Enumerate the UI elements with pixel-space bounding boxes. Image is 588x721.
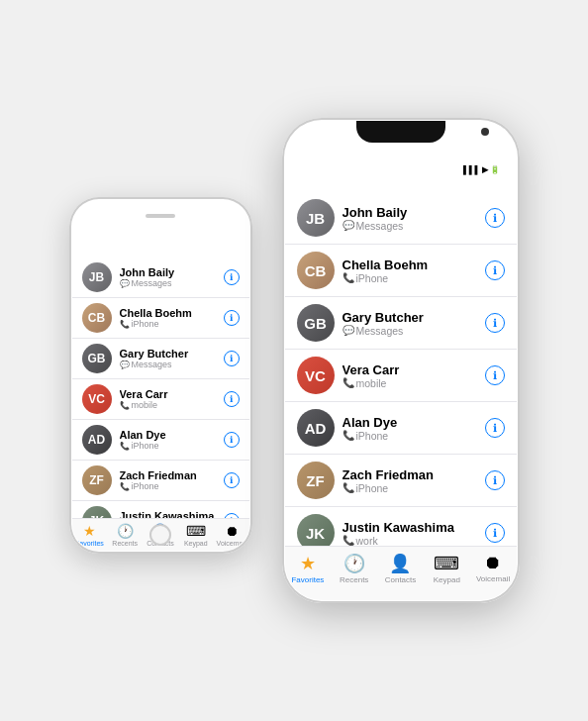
contact-type-label: Messages bbox=[356, 220, 404, 232]
screen-large: ▌▌▌ ▶ 🔋 JBJohn Baily💬MessagesℹCBChella B… bbox=[285, 121, 517, 600]
list-item[interactable]: GBGary Butcher💬Messagesℹ bbox=[72, 339, 249, 379]
home-button[interactable] bbox=[149, 524, 171, 546]
keypad-tab-icon: ⌨ bbox=[186, 523, 206, 539]
top-bar-small bbox=[72, 244, 249, 252]
info-button[interactable]: ℹ bbox=[224, 472, 240, 488]
list-item[interactable]: VCVera Carr📞mobileℹ bbox=[285, 350, 517, 402]
list-item[interactable]: JKJustin Kawashima📞workℹ bbox=[285, 507, 517, 546]
favorites-tab-icon: ★ bbox=[300, 553, 316, 574]
contacts-tab-label: Contacts bbox=[385, 575, 417, 584]
tab-keypad[interactable]: ⌨Keypad bbox=[178, 523, 214, 547]
info-button[interactable]: ℹ bbox=[224, 432, 240, 448]
contact-subtitle: 📞iPhone bbox=[120, 441, 216, 451]
info-button[interactable]: ℹ bbox=[224, 391, 240, 407]
tab-favorites[interactable]: ★Favorites bbox=[72, 523, 108, 547]
list-item[interactable]: CBChella Boehm📞iPhoneℹ bbox=[72, 298, 249, 339]
info-button[interactable]: ℹ bbox=[485, 470, 505, 490]
tab-recents[interactable]: 🕐Recents bbox=[107, 523, 143, 547]
contact-type-label: iPhone bbox=[132, 441, 159, 451]
avatar: GB bbox=[82, 344, 112, 373]
list-item[interactable]: VCVera Carr📞mobileℹ bbox=[72, 379, 249, 420]
contacts-tab-icon: 👤 bbox=[389, 553, 411, 574]
contact-name: Zach Friedman bbox=[343, 467, 477, 482]
list-item[interactable]: CBChella Boehm📞iPhoneℹ bbox=[285, 245, 517, 297]
contact-name: Vera Carr bbox=[343, 362, 477, 377]
phone-icon: 📞 bbox=[343, 535, 354, 546]
info-button[interactable]: ℹ bbox=[485, 260, 505, 280]
info-button[interactable]: ℹ bbox=[224, 351, 240, 366]
contact-subtitle: 💬Messages bbox=[343, 325, 477, 337]
info-button[interactable]: ℹ bbox=[485, 523, 505, 543]
message-icon: 💬 bbox=[120, 279, 130, 288]
contact-name: Gary Butcher bbox=[120, 348, 216, 360]
list-item[interactable]: ADAlan Dye📞iPhoneℹ bbox=[285, 402, 517, 455]
info-button[interactable]: ℹ bbox=[485, 365, 505, 385]
contact-name: Vera Carr bbox=[120, 388, 216, 400]
screen-small: JBJohn Baily💬MessagesℹCBChella Boehm📞iPh… bbox=[72, 200, 249, 551]
tab-voicemail[interactable]: ⏺Voicemail bbox=[214, 523, 249, 547]
contact-type-label: mobile bbox=[132, 400, 158, 410]
tab-favorites[interactable]: ★Favorites bbox=[285, 553, 332, 584]
list-item[interactable]: ZFZach Friedman📞iPhoneℹ bbox=[285, 455, 517, 507]
favorites-tab-icon: ★ bbox=[83, 523, 96, 539]
contact-type-label: Messages bbox=[132, 278, 172, 288]
contact-name: Gary Butcher bbox=[343, 310, 477, 325]
contact-subtitle: 📞mobile bbox=[343, 377, 477, 389]
info-button[interactable]: ℹ bbox=[485, 208, 505, 228]
voicemail-tab-icon: ⏺ bbox=[225, 523, 239, 539]
phone-icon: 📞 bbox=[120, 482, 130, 491]
contact-info: Zach Friedman📞iPhone bbox=[343, 467, 477, 494]
message-icon: 💬 bbox=[120, 360, 130, 369]
contact-name: John Baily bbox=[343, 205, 477, 220]
list-item[interactable]: GBGary Butcher💬Messagesℹ bbox=[285, 297, 517, 350]
phone-icon: 📞 bbox=[343, 272, 354, 283]
contact-name: John Baily bbox=[120, 266, 216, 278]
contact-info: Gary Butcher💬Messages bbox=[120, 348, 216, 369]
contact-type-label: Messages bbox=[132, 360, 172, 369]
tab-contacts[interactable]: 👤Contacts bbox=[377, 553, 424, 584]
page-title-large bbox=[285, 184, 517, 192]
speaker bbox=[146, 214, 175, 218]
avatar: CB bbox=[82, 303, 112, 333]
list-item[interactable]: ZFZach Friedman📞iPhoneℹ bbox=[72, 461, 249, 501]
contact-info: Chella Boehm📞iPhone bbox=[120, 307, 216, 329]
contact-subtitle: 📞iPhone bbox=[343, 482, 477, 494]
contact-name: Alan Dye bbox=[343, 415, 477, 430]
notch bbox=[356, 121, 445, 143]
info-button[interactable]: ℹ bbox=[224, 310, 240, 326]
contact-info: Alan Dye📞iPhone bbox=[120, 429, 216, 451]
contact-subtitle: 📞iPhone bbox=[343, 430, 477, 442]
contact-name: Alan Dye bbox=[120, 429, 216, 441]
info-button[interactable]: ℹ bbox=[224, 269, 240, 285]
info-button[interactable]: ℹ bbox=[485, 418, 505, 438]
info-button[interactable]: ℹ bbox=[485, 313, 505, 333]
tab-recents[interactable]: 🕐Recents bbox=[331, 553, 377, 584]
recents-tab-icon: 🕐 bbox=[343, 553, 365, 574]
message-icon: 💬 bbox=[343, 325, 354, 336]
avatar: JK bbox=[297, 514, 335, 546]
list-item[interactable]: ADAlan Dye📞iPhoneℹ bbox=[72, 420, 249, 461]
voicemail-tab-icon: ⏺ bbox=[484, 553, 502, 573]
phone-icon: 📞 bbox=[343, 430, 354, 441]
list-item[interactable]: JBJohn Baily💬Messagesℹ bbox=[285, 192, 517, 245]
avatar: AD bbox=[297, 409, 335, 447]
keypad-tab-icon: ⌨ bbox=[434, 553, 459, 574]
phone-icon: 📞 bbox=[343, 482, 354, 493]
contact-info: Alan Dye📞iPhone bbox=[343, 415, 477, 442]
tab-keypad[interactable]: ⌨Keypad bbox=[424, 553, 470, 584]
contact-type-label: Messages bbox=[356, 325, 404, 337]
recents-tab-label: Recents bbox=[340, 575, 368, 584]
status-bar-large: ▌▌▌ ▶ 🔋 bbox=[285, 149, 517, 176]
avatar: ZF bbox=[82, 465, 112, 495]
contact-subtitle: 📞work bbox=[343, 535, 477, 547]
contact-subtitle: 📞iPhone bbox=[120, 319, 216, 329]
contact-type-label: iPhone bbox=[132, 319, 159, 329]
contact-type-label: iPhone bbox=[132, 481, 159, 491]
contact-info: John Baily💬Messages bbox=[120, 266, 216, 288]
list-item[interactable]: JKJustin Kawashima📞workℹ bbox=[72, 501, 249, 518]
contact-info: Vera Carr📞mobile bbox=[343, 362, 477, 389]
contact-subtitle: 💬Messages bbox=[343, 220, 477, 232]
phone-icon: 📞 bbox=[120, 401, 130, 410]
list-item[interactable]: JBJohn Baily💬Messagesℹ bbox=[72, 258, 249, 298]
tab-voicemail[interactable]: ⏺Voicemail bbox=[470, 553, 517, 584]
